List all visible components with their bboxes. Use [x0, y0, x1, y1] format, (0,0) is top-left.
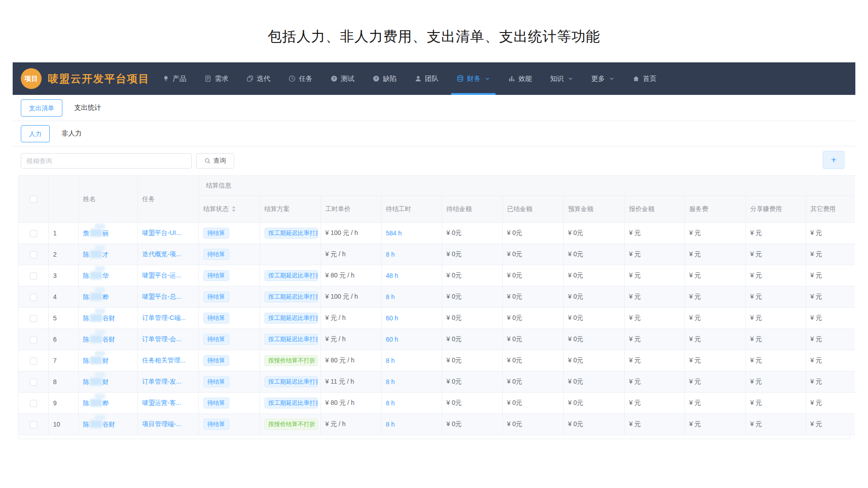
row-checkbox[interactable] [30, 315, 37, 322]
menu-item-测试[interactable]: ?测试 [330, 62, 354, 95]
row-checkbox[interactable] [30, 294, 37, 301]
share-fee-cell: ¥ 元 [745, 308, 806, 329]
row-checkbox[interactable] [30, 336, 37, 343]
quote-amount-cell: ¥ 元 [624, 414, 684, 435]
redaction-smudge [95, 330, 105, 335]
name-link[interactable]: 陈财 [83, 357, 109, 364]
task-link[interactable]: 订单管理-发... [142, 378, 181, 385]
pending-hours-link[interactable]: 8 h [386, 399, 395, 407]
tab-expense-stats[interactable]: 支出统计 [74, 103, 101, 112]
row-index: 10 [48, 414, 78, 435]
task-link[interactable]: 唛盟平台-运... [142, 272, 181, 279]
pending-hours-link[interactable]: 8 h [386, 421, 395, 428]
row-checkbox[interactable] [30, 379, 37, 386]
menu-item-需求[interactable]: 需求 [204, 62, 228, 95]
menu-item-财务[interactable]: 财务 [457, 62, 490, 95]
row-index: 7 [48, 350, 78, 371]
name-link[interactable]: 陈谷财 [83, 421, 115, 428]
row-checkbox[interactable] [30, 230, 37, 237]
sort-caret-icon[interactable] [232, 206, 236, 212]
menu-item-缺陷[interactable]: ?缺陷 [373, 62, 396, 95]
hourly-rate-cell: ¥ 80 元 / h [321, 393, 381, 414]
name-link[interactable]: 陈才 [83, 251, 109, 258]
pending-hours-link[interactable]: 584 h [386, 230, 402, 237]
name-cell: 陈谷财 [78, 308, 137, 329]
hourly-rate-cell: ¥ 100 元 / h [321, 223, 381, 244]
table-row: 9陈桦唛盟运营-客...待结算按工期延迟比率打折¥ 80 元 / h8 h¥ 0… [19, 393, 855, 414]
column-header-status[interactable]: 结算状态 [198, 196, 259, 223]
menu-item-任务[interactable]: 任务 [288, 62, 312, 95]
menu-item-效能[interactable]: 效能 [508, 62, 532, 95]
table-row: 6陈谷财订单管理-会...待结算按工期延迟比率打折¥ 元 / h60 h¥ 0元… [19, 329, 855, 350]
search-button[interactable]: 查询 [196, 153, 234, 169]
menu-item-迭代[interactable]: 迭代 [246, 62, 270, 95]
status-tag: 待结算 [203, 334, 229, 345]
redaction-smudge [95, 415, 105, 420]
pending-hours-link[interactable]: 8 h [386, 293, 395, 300]
other-fee-cell: ¥ 元 [806, 371, 855, 393]
name-link[interactable]: 陈谷财 [83, 336, 115, 343]
pending-hours-link[interactable]: 48 h [386, 272, 398, 279]
row-select-cell [19, 223, 48, 244]
team-icon [415, 75, 422, 82]
row-select-cell [19, 393, 48, 414]
menu-item-产品[interactable]: 产品 [162, 62, 186, 95]
task-link[interactable]: 任务相关管理... [142, 357, 186, 364]
name-link[interactable]: 陈华 [83, 272, 109, 279]
row-checkbox[interactable] [30, 272, 37, 280]
search-input[interactable] [21, 153, 192, 169]
tab-expense-list[interactable]: 支出清单 [21, 99, 62, 117]
status-tag: 待结算 [203, 398, 229, 408]
task-link[interactable]: 唛盟运营-客... [142, 399, 181, 406]
name-link[interactable]: 陈桦 [83, 293, 109, 300]
row-checkbox[interactable] [30, 400, 37, 407]
pending-hours-link[interactable]: 60 h [386, 314, 398, 322]
task-link[interactable]: 项目管理端-... [142, 420, 181, 427]
other-fee-cell: ¥ 元 [806, 414, 855, 435]
service-fee-cell: ¥ 元 [684, 308, 745, 329]
hourly-rate-cell: ¥ 11 元 / h [321, 371, 381, 393]
name-cell: 陈财 [78, 371, 137, 393]
row-checkbox[interactable] [30, 251, 37, 258]
name-link[interactable]: 陈财 [83, 378, 109, 385]
row-index: 8 [48, 371, 78, 393]
scheme-cell: 按报价结算不打折 [259, 350, 321, 371]
quote-amount-cell: ¥ 元 [624, 350, 684, 371]
menu-item-知识[interactable]: 知识 [550, 62, 573, 95]
pending-hours-cell: 8 h [381, 393, 442, 414]
settled-amount-cell: ¥ 0元 [502, 308, 563, 329]
status-tag: 待结算 [203, 376, 229, 387]
column-header-label: 预算金额 [568, 205, 594, 212]
name-cell: 陈桦 [78, 286, 137, 308]
share-fee-cell: ¥ 元 [745, 393, 806, 414]
name-link[interactable]: 陈桦 [83, 399, 109, 407]
select-all-checkbox[interactable] [30, 196, 37, 203]
name-link[interactable]: 詹丽 [83, 230, 109, 237]
tab-manpower[interactable]: 人力 [21, 125, 50, 142]
pending-hours-link[interactable]: 8 h [386, 378, 395, 385]
menu-item-label: 财务 [467, 75, 481, 83]
tab-non-manpower[interactable]: 非人力 [61, 129, 82, 138]
scheme-tag: 按报价结算不打折 [264, 355, 318, 366]
row-checkbox[interactable] [30, 421, 37, 428]
pending-hours-link[interactable]: 8 h [386, 251, 395, 258]
row-index: 1 [48, 223, 78, 244]
add-expense-button[interactable]: + [823, 151, 844, 169]
task-link[interactable]: 唛盟平台-UI... [142, 229, 181, 236]
settled-amount-cell: ¥ 0元 [502, 223, 563, 244]
menu-item-团队[interactable]: 团队 [415, 62, 439, 95]
task-link[interactable]: 订单管理-C端... [142, 314, 186, 321]
pending-hours-link[interactable]: 60 h [386, 336, 398, 343]
task-link[interactable]: 唛盟平台-总... [142, 293, 181, 300]
task-link[interactable]: 迭代概览-项... [142, 250, 181, 258]
scheme-tag: 按工期延迟比率打折 [264, 398, 318, 408]
menu-item-更多[interactable]: 更多 [591, 62, 614, 95]
menu-item-首页[interactable]: 首页 [632, 62, 656, 95]
pending-hours-link[interactable]: 8 h [386, 357, 395, 364]
task-link[interactable]: 订单管理-会... [142, 335, 181, 343]
menu-item-label: 任务 [299, 75, 312, 83]
name-link[interactable]: 陈谷财 [83, 314, 115, 322]
service-fee-cell: ¥ 元 [684, 244, 745, 265]
app-window: 项目 唛盟云开发平台项目 产品需求迭代任务?测试?缺陷团队财务效能知识更多首页 … [13, 62, 855, 439]
row-checkbox[interactable] [30, 357, 37, 365]
